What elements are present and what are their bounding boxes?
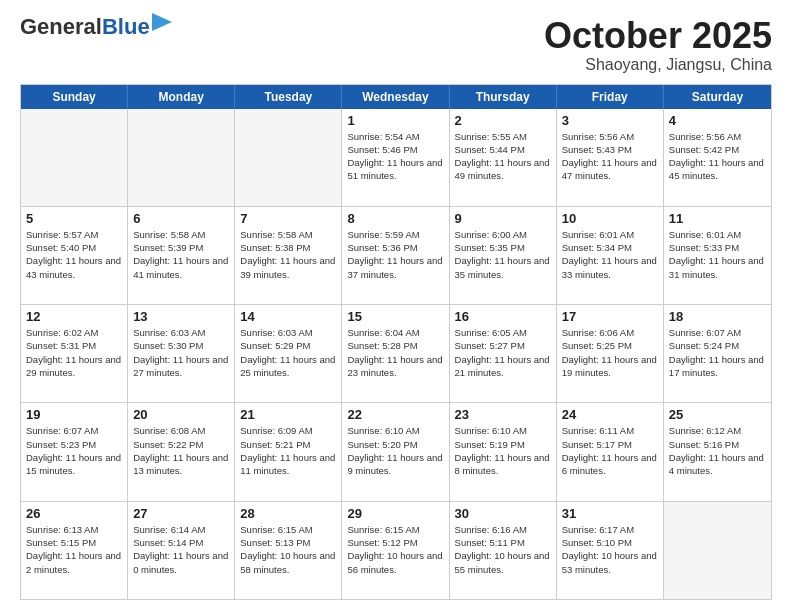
calendar-cell: 15Sunrise: 6:04 AM Sunset: 5:28 PM Dayli… (342, 305, 449, 402)
calendar-cell: 31Sunrise: 6:17 AM Sunset: 5:10 PM Dayli… (557, 502, 664, 599)
day-number: 12 (26, 309, 122, 324)
calendar-cell: 12Sunrise: 6:02 AM Sunset: 5:31 PM Dayli… (21, 305, 128, 402)
calendar-title: October 2025 (544, 16, 772, 56)
day-number: 14 (240, 309, 336, 324)
day-number: 28 (240, 506, 336, 521)
sun-info: Sunrise: 6:03 AM Sunset: 5:30 PM Dayligh… (133, 326, 229, 379)
day-number: 23 (455, 407, 551, 422)
day-number: 9 (455, 211, 551, 226)
sun-info: Sunrise: 6:10 AM Sunset: 5:19 PM Dayligh… (455, 424, 551, 477)
sun-info: Sunrise: 5:55 AM Sunset: 5:44 PM Dayligh… (455, 130, 551, 183)
sun-info: Sunrise: 6:06 AM Sunset: 5:25 PM Dayligh… (562, 326, 658, 379)
day-number: 24 (562, 407, 658, 422)
logo-arrow-icon (152, 13, 172, 31)
page: GeneralBlue October 2025 Shaoyang, Jiang… (0, 0, 792, 612)
day-header-monday: Monday (128, 85, 235, 109)
day-number: 7 (240, 211, 336, 226)
day-number: 19 (26, 407, 122, 422)
calendar-cell: 7Sunrise: 5:58 AM Sunset: 5:38 PM Daylig… (235, 207, 342, 304)
day-header-sunday: Sunday (21, 85, 128, 109)
calendar-cell: 11Sunrise: 6:01 AM Sunset: 5:33 PM Dayli… (664, 207, 771, 304)
calendar-cell: 25Sunrise: 6:12 AM Sunset: 5:16 PM Dayli… (664, 403, 771, 500)
calendar-cell: 24Sunrise: 6:11 AM Sunset: 5:17 PM Dayli… (557, 403, 664, 500)
calendar-cell (128, 109, 235, 206)
calendar-cell: 19Sunrise: 6:07 AM Sunset: 5:23 PM Dayli… (21, 403, 128, 500)
sun-info: Sunrise: 6:16 AM Sunset: 5:11 PM Dayligh… (455, 523, 551, 576)
sun-info: Sunrise: 6:15 AM Sunset: 5:13 PM Dayligh… (240, 523, 336, 576)
sun-info: Sunrise: 6:10 AM Sunset: 5:20 PM Dayligh… (347, 424, 443, 477)
sun-info: Sunrise: 6:08 AM Sunset: 5:22 PM Dayligh… (133, 424, 229, 477)
day-number: 25 (669, 407, 766, 422)
calendar-cell: 21Sunrise: 6:09 AM Sunset: 5:21 PM Dayli… (235, 403, 342, 500)
calendar-cell: 18Sunrise: 6:07 AM Sunset: 5:24 PM Dayli… (664, 305, 771, 402)
calendar-cell: 16Sunrise: 6:05 AM Sunset: 5:27 PM Dayli… (450, 305, 557, 402)
day-number: 21 (240, 407, 336, 422)
calendar-week-3: 12Sunrise: 6:02 AM Sunset: 5:31 PM Dayli… (21, 305, 771, 403)
calendar-cell: 27Sunrise: 6:14 AM Sunset: 5:14 PM Dayli… (128, 502, 235, 599)
day-number: 1 (347, 113, 443, 128)
sun-info: Sunrise: 6:07 AM Sunset: 5:24 PM Dayligh… (669, 326, 766, 379)
day-number: 6 (133, 211, 229, 226)
calendar-week-5: 26Sunrise: 6:13 AM Sunset: 5:15 PM Dayli… (21, 502, 771, 599)
day-header-friday: Friday (557, 85, 664, 109)
calendar-body: 1Sunrise: 5:54 AM Sunset: 5:46 PM Daylig… (21, 109, 771, 599)
calendar-week-2: 5Sunrise: 5:57 AM Sunset: 5:40 PM Daylig… (21, 207, 771, 305)
calendar-cell: 9Sunrise: 6:00 AM Sunset: 5:35 PM Daylig… (450, 207, 557, 304)
sun-info: Sunrise: 6:05 AM Sunset: 5:27 PM Dayligh… (455, 326, 551, 379)
calendar-week-4: 19Sunrise: 6:07 AM Sunset: 5:23 PM Dayli… (21, 403, 771, 501)
day-number: 16 (455, 309, 551, 324)
day-number: 18 (669, 309, 766, 324)
sun-info: Sunrise: 6:04 AM Sunset: 5:28 PM Dayligh… (347, 326, 443, 379)
calendar-cell: 1Sunrise: 5:54 AM Sunset: 5:46 PM Daylig… (342, 109, 449, 206)
day-number: 4 (669, 113, 766, 128)
day-number: 20 (133, 407, 229, 422)
sun-info: Sunrise: 6:01 AM Sunset: 5:33 PM Dayligh… (669, 228, 766, 281)
day-number: 8 (347, 211, 443, 226)
logo-general: General (20, 14, 102, 39)
sun-info: Sunrise: 6:03 AM Sunset: 5:29 PM Dayligh… (240, 326, 336, 379)
sun-info: Sunrise: 6:17 AM Sunset: 5:10 PM Dayligh… (562, 523, 658, 576)
svg-marker-0 (152, 13, 172, 31)
sun-info: Sunrise: 6:09 AM Sunset: 5:21 PM Dayligh… (240, 424, 336, 477)
calendar-cell: 20Sunrise: 6:08 AM Sunset: 5:22 PM Dayli… (128, 403, 235, 500)
calendar-cell: 10Sunrise: 6:01 AM Sunset: 5:34 PM Dayli… (557, 207, 664, 304)
calendar-cell (21, 109, 128, 206)
calendar-header: SundayMondayTuesdayWednesdayThursdayFrid… (21, 85, 771, 109)
calendar-cell: 4Sunrise: 5:56 AM Sunset: 5:42 PM Daylig… (664, 109, 771, 206)
sun-info: Sunrise: 5:58 AM Sunset: 5:38 PM Dayligh… (240, 228, 336, 281)
day-number: 3 (562, 113, 658, 128)
day-number: 22 (347, 407, 443, 422)
calendar-cell: 5Sunrise: 5:57 AM Sunset: 5:40 PM Daylig… (21, 207, 128, 304)
sun-info: Sunrise: 5:58 AM Sunset: 5:39 PM Dayligh… (133, 228, 229, 281)
sun-info: Sunrise: 6:13 AM Sunset: 5:15 PM Dayligh… (26, 523, 122, 576)
calendar-cell: 29Sunrise: 6:15 AM Sunset: 5:12 PM Dayli… (342, 502, 449, 599)
sun-info: Sunrise: 5:54 AM Sunset: 5:46 PM Dayligh… (347, 130, 443, 183)
sun-info: Sunrise: 5:59 AM Sunset: 5:36 PM Dayligh… (347, 228, 443, 281)
calendar-cell: 30Sunrise: 6:16 AM Sunset: 5:11 PM Dayli… (450, 502, 557, 599)
title-block: October 2025 Shaoyang, Jiangsu, China (544, 16, 772, 74)
calendar-cell: 13Sunrise: 6:03 AM Sunset: 5:30 PM Dayli… (128, 305, 235, 402)
sun-info: Sunrise: 6:07 AM Sunset: 5:23 PM Dayligh… (26, 424, 122, 477)
sun-info: Sunrise: 5:56 AM Sunset: 5:42 PM Dayligh… (669, 130, 766, 183)
day-number: 13 (133, 309, 229, 324)
day-number: 31 (562, 506, 658, 521)
logo-blue: Blue (102, 14, 150, 39)
logo: GeneralBlue (20, 16, 172, 38)
calendar-cell: 23Sunrise: 6:10 AM Sunset: 5:19 PM Dayli… (450, 403, 557, 500)
sun-info: Sunrise: 5:57 AM Sunset: 5:40 PM Dayligh… (26, 228, 122, 281)
sun-info: Sunrise: 6:11 AM Sunset: 5:17 PM Dayligh… (562, 424, 658, 477)
day-number: 10 (562, 211, 658, 226)
day-number: 17 (562, 309, 658, 324)
calendar: SundayMondayTuesdayWednesdayThursdayFrid… (20, 84, 772, 600)
day-number: 29 (347, 506, 443, 521)
calendar-cell: 3Sunrise: 5:56 AM Sunset: 5:43 PM Daylig… (557, 109, 664, 206)
calendar-cell: 6Sunrise: 5:58 AM Sunset: 5:39 PM Daylig… (128, 207, 235, 304)
sun-info: Sunrise: 6:02 AM Sunset: 5:31 PM Dayligh… (26, 326, 122, 379)
logo-text: GeneralBlue (20, 16, 150, 38)
day-number: 11 (669, 211, 766, 226)
calendar-week-1: 1Sunrise: 5:54 AM Sunset: 5:46 PM Daylig… (21, 109, 771, 207)
day-header-wednesday: Wednesday (342, 85, 449, 109)
header: GeneralBlue October 2025 Shaoyang, Jiang… (20, 16, 772, 74)
calendar-cell: 2Sunrise: 5:55 AM Sunset: 5:44 PM Daylig… (450, 109, 557, 206)
calendar-cell (235, 109, 342, 206)
